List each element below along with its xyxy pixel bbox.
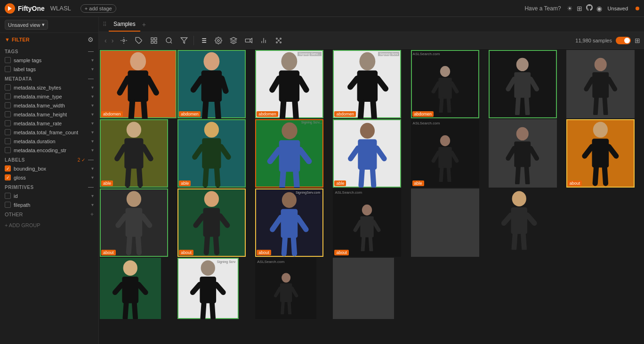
settings-icon-button[interactable]	[212, 35, 225, 46]
video-icon-button[interactable]	[242, 35, 255, 46]
table-row[interactable]: abdomen	[177, 50, 246, 118]
svg-line-126	[298, 217, 306, 229]
table-row[interactable]: Signing Serv... abdomen	[255, 50, 323, 118]
filter-icon-button[interactable]	[177, 35, 191, 46]
label-tags-checkbox[interactable]	[5, 66, 11, 72]
metadata-total-frames[interactable]: metadata.total_frame_count ▾	[0, 128, 98, 137]
add-group-button[interactable]: + ADD GROUP	[0, 220, 98, 231]
labels-collapse-icon[interactable]: —	[88, 156, 94, 163]
scatter-icon-button[interactable]	[272, 35, 285, 46]
label-tags-item[interactable]: label tags ▾	[0, 65, 98, 74]
table-row[interactable]	[489, 119, 557, 188]
metadata-dur-checkbox[interactable]	[5, 138, 11, 144]
sample-label: abdomen	[334, 111, 356, 117]
svg-line-56	[448, 99, 449, 112]
svg-line-115	[129, 237, 129, 253]
table-row[interactable]	[333, 258, 394, 319]
tags-collapse-icon[interactable]: —	[88, 48, 94, 55]
metadata-enc-checkbox[interactable]	[5, 147, 11, 153]
svg-line-78	[221, 147, 229, 157]
table-row[interactable]: about	[100, 188, 168, 257]
toggle-switch[interactable]	[616, 37, 631, 44]
add-tab-button[interactable]: +	[140, 21, 148, 28]
bounding-box-item[interactable]: ✓ bounding_box ▾	[0, 164, 98, 173]
sample-tags-checkbox[interactable]	[5, 57, 11, 63]
sample-tags-item[interactable]: sample tags ▾	[0, 56, 98, 65]
nav-forward-button[interactable]: ›	[110, 36, 116, 45]
other-add-icon[interactable]: +	[90, 211, 94, 218]
metadata-frame-width[interactable]: metadata.frame_width ▾	[0, 101, 98, 110]
svg-line-109	[595, 168, 596, 183]
table-row[interactable]: Signing Scrv...	[255, 119, 323, 188]
aslsearch-label: ASLSearch.com	[413, 52, 440, 56]
bounding-box-checkbox[interactable]: ✓	[5, 165, 11, 172]
tag-icon-button[interactable]	[132, 35, 145, 46]
table-row[interactable]: abdomen	[100, 50, 177, 118]
metadata-fw-checkbox[interactable]	[5, 102, 11, 108]
table-row[interactable]	[566, 188, 628, 250]
table-row[interactable]	[411, 188, 479, 257]
metadata-collapse-icon[interactable]: —	[88, 75, 94, 82]
id-item[interactable]: id ▾	[0, 191, 98, 200]
metadata-tf-checkbox[interactable]	[5, 129, 11, 135]
table-row[interactable]: able	[177, 119, 246, 188]
metadata-fh-checkbox[interactable]	[5, 111, 11, 117]
brain-icon-button[interactable]	[117, 35, 130, 46]
view-dropdown[interactable]: Unsaved view ▾	[5, 20, 48, 30]
svg-line-50	[373, 102, 374, 118]
table-row[interactable]	[489, 50, 557, 118]
metadata-section-header: METADATA —	[0, 74, 98, 83]
table-row[interactable]: ASLSearch.com abdomen	[411, 50, 479, 118]
svg-point-45	[359, 52, 375, 71]
table-row[interactable]: ASLSearch.com about	[333, 188, 401, 257]
search-icon-button[interactable]	[162, 35, 176, 46]
table-row[interactable]: ASLSearch.com able	[411, 119, 479, 188]
table-row[interactable]	[489, 188, 550, 250]
filter-settings-icon[interactable]: ⚙	[88, 36, 94, 43]
nav-back-button[interactable]: ‹	[103, 36, 109, 45]
metadata-frame-rate[interactable]: metadata.frame_rate ▾	[0, 119, 98, 128]
metadata-size-checkbox[interactable]	[5, 84, 11, 90]
svg-point-81	[282, 123, 297, 139]
table-row[interactable]	[566, 50, 635, 118]
filepath-item[interactable]: filepath ▾	[0, 200, 98, 209]
svg-rect-70	[124, 138, 143, 169]
ai-icon-button[interactable]	[227, 35, 240, 46]
metadata-size-bytes[interactable]: metadata.size_bytes ▾	[0, 83, 98, 92]
discord-icon[interactable]: ◉	[596, 5, 602, 12]
gloss-item[interactable]: ✓ gloss ▾	[0, 173, 98, 182]
table-row[interactable]: able	[333, 119, 401, 188]
table-row[interactable]: Signing Scrv abdomen	[333, 50, 401, 118]
metadata-fr-checkbox[interactable]	[5, 120, 11, 126]
gloss-checkbox[interactable]: ✓	[5, 174, 11, 180]
metadata-duration[interactable]: metadata.duration ▾	[0, 137, 98, 146]
select-icon-button[interactable]	[147, 35, 161, 46]
sample-tags-label: sample tags	[14, 57, 41, 63]
grid-view-icon[interactable]: ⊞	[635, 37, 640, 44]
table-row[interactable]: ASLSearch.com	[255, 258, 316, 319]
table-row[interactable]: Signing Scrv	[177, 258, 239, 319]
github-icon[interactable]	[586, 4, 593, 12]
toggle-track[interactable]	[616, 37, 631, 44]
table-row[interactable]: able	[100, 119, 168, 188]
id-checkbox[interactable]	[5, 193, 11, 199]
samples-tab[interactable]: Samples	[109, 17, 140, 32]
other-section: OthER +	[0, 209, 98, 220]
list-view-button[interactable]	[197, 35, 210, 46]
table-row[interactable]: about	[566, 119, 635, 188]
table-row[interactable]	[100, 258, 161, 319]
svg-point-129	[362, 205, 372, 215]
svg-line-32	[144, 102, 145, 118]
chart-icon-button[interactable]	[257, 35, 270, 46]
metadata-mime-checkbox[interactable]	[5, 93, 11, 99]
add-stage-button[interactable]: + add stage	[80, 4, 116, 13]
metadata-mime-type[interactable]: metadata.mime_type ▾	[0, 92, 98, 101]
primitives-collapse-icon[interactable]: —	[88, 184, 94, 190]
sun-icon[interactable]: ☀	[567, 5, 573, 12]
filepath-checkbox[interactable]	[5, 202, 11, 208]
metadata-encoding[interactable]: metadata.encoding_str ▾	[0, 146, 98, 155]
grid-icon[interactable]: ⊞	[577, 5, 582, 12]
table-row[interactable]: about	[177, 188, 246, 257]
metadata-frame-height[interactable]: metadata.frame_height ▾	[0, 110, 98, 119]
table-row[interactable]: SigningServ.com about	[255, 188, 323, 257]
